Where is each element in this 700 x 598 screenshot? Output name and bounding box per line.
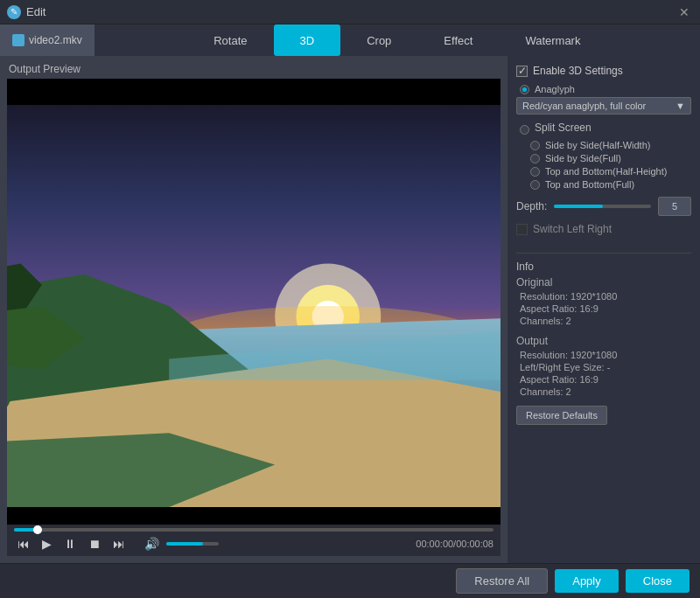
side-by-side-half-radio[interactable]	[530, 141, 540, 150]
switch-lr-label: Switch Left Right	[533, 223, 612, 235]
anaglyph-group: Anaglyph Red/cyan anaglyph, full color ▼	[516, 84, 691, 115]
anaglyph-radio-row: Anaglyph	[516, 84, 691, 94]
stop-button[interactable]: ⏹	[85, 535, 104, 553]
app-icon: ✎	[7, 5, 21, 19]
close-button[interactable]: ✕	[676, 3, 693, 21]
dropdown-arrow-icon: ▼	[676, 101, 685, 111]
titlebar: ✎ Edit ✕	[0, 0, 700, 24]
anaglyph-dropdown[interactable]: Red/cyan anaglyph, full color ▼	[516, 97, 691, 115]
tab-watermark[interactable]: Watermark	[499, 24, 606, 56]
preview-label: Output Preview	[7, 63, 500, 75]
side-by-side-half-label: Side by Side(Half-Width)	[545, 140, 650, 150]
play-button[interactable]: ▶	[38, 535, 55, 553]
output-info-group: Output Resolution: 1920*1080 Left/Right …	[516, 335, 691, 397]
depth-fill	[554, 205, 602, 208]
right-panel: ✓ Enable 3D Settings Anaglyph Red/cyan a…	[508, 56, 700, 563]
apply-button[interactable]: Apply	[555, 569, 619, 593]
black-bar-top	[7, 79, 500, 105]
anaglyph-value: Red/cyan anaglyph, full color	[522, 101, 646, 111]
split-screen-group: Split Screen Side by Side(Half-Width) Si…	[516, 122, 691, 190]
switch-lr-checkbox[interactable]	[516, 224, 528, 235]
progress-thumb[interactable]	[33, 525, 42, 534]
enable-3d-row: ✓ Enable 3D Settings	[516, 65, 691, 77]
skip-forward-button[interactable]: ⏭	[109, 535, 129, 553]
tab-crop[interactable]: Crop	[340, 24, 417, 56]
depth-slider[interactable]	[554, 205, 651, 208]
top-bottom-half-radio[interactable]	[530, 167, 540, 177]
original-resolution: Resolution: 1920*1080	[516, 291, 691, 302]
output-aspect-ratio: Aspect Ratio: 16:9	[516, 374, 691, 385]
original-channels: Channels: 2	[516, 316, 691, 326]
enable-3d-checkbox[interactable]: ✓	[516, 66, 528, 77]
3d-settings-section: ✓ Enable 3D Settings Anaglyph Red/cyan a…	[516, 65, 691, 235]
depth-row: Depth: 5	[516, 197, 691, 216]
volume-area: 🔊	[141, 535, 219, 553]
output-channels: Channels: 2	[516, 386, 691, 397]
side-by-side-full-radio[interactable]	[530, 154, 540, 163]
tab-3d[interactable]: 3D	[274, 24, 341, 56]
tab-effect[interactable]: Effect	[417, 24, 499, 56]
volume-slider[interactable]	[166, 542, 219, 546]
action-bar: Restore All Apply Close	[0, 563, 700, 598]
depth-label: Depth:	[516, 200, 547, 212]
side-by-side-half-row: Side by Side(Half-Width)	[516, 140, 691, 150]
info-section: Info Original Resolution: 1920*1080 Aspe…	[516, 253, 691, 425]
progress-bar[interactable]	[14, 528, 494, 532]
black-bar-bottom	[7, 507, 500, 525]
controls-bar: ⏮ ▶ ⏸ ⏹ ⏭ 🔊 00:00:00/00:00:08	[7, 525, 500, 556]
enable-3d-label: Enable 3D Settings	[533, 65, 623, 77]
top-bottom-full-radio[interactable]	[530, 180, 540, 190]
top-bottom-full-row: Top and Bottom(Full)	[516, 179, 691, 190]
pause-button[interactable]: ⏸	[60, 535, 80, 553]
tabbar: video2.mkv Rotate 3D Crop Effect Waterma…	[0, 24, 700, 56]
output-title: Output	[516, 335, 691, 347]
output-resolution: Resolution: 1920*1080	[516, 350, 691, 360]
preview-container	[7, 79, 500, 525]
file-icon	[12, 34, 24, 46]
file-name: video2.mkv	[29, 34, 82, 46]
restore-defaults-button[interactable]: Restore Defaults	[516, 406, 607, 425]
main-content: Output Preview	[0, 56, 700, 563]
anaglyph-radio[interactable]	[520, 85, 529, 94]
original-title: Original	[516, 276, 691, 289]
depth-value[interactable]: 5	[658, 197, 691, 216]
volume-icon[interactable]: 🔊	[141, 535, 163, 553]
original-info-group: Original Resolution: 1920*1080 Aspect Ra…	[516, 276, 691, 326]
original-aspect-ratio: Aspect Ratio: 16:9	[516, 303, 691, 314]
split-screen-radio-row: Split Screen	[516, 122, 691, 137]
top-bottom-half-row: Top and Bottom(Half-Height)	[516, 166, 691, 177]
top-bottom-half-label: Top and Bottom(Half-Height)	[545, 166, 667, 177]
split-screen-radio[interactable]	[520, 125, 529, 135]
file-tab[interactable]: video2.mkv	[0, 24, 94, 56]
skip-back-button[interactable]: ⏮	[14, 535, 33, 553]
side-by-side-full-row: Side by Side(Full)	[516, 153, 691, 163]
side-by-side-full-label: Side by Side(Full)	[545, 153, 621, 163]
tab-rotate[interactable]: Rotate	[187, 24, 273, 56]
info-title: Info	[516, 261, 691, 273]
top-bottom-full-label: Top and Bottom(Full)	[545, 179, 634, 190]
output-eye-size: Left/Right Eye Size: -	[516, 362, 691, 372]
restore-all-button[interactable]: Restore All	[456, 568, 548, 594]
preview-image	[7, 105, 500, 507]
time-display: 00:00:00/00:00:08	[416, 539, 494, 549]
preview-area: Output Preview	[0, 56, 508, 563]
switch-left-right-row: Switch Left Right	[516, 223, 691, 235]
anaglyph-label: Anaglyph	[535, 84, 575, 94]
split-screen-label: Split Screen	[535, 122, 592, 134]
volume-fill	[166, 542, 203, 546]
playback-controls: ⏮ ▶ ⏸ ⏹ ⏭ 🔊 00:00:00/00:00:08	[14, 535, 494, 553]
window-title: Edit	[26, 5, 676, 18]
close-button-bottom[interactable]: Close	[626, 569, 690, 593]
tab-group: Rotate 3D Crop Effect Watermark	[94, 24, 700, 56]
